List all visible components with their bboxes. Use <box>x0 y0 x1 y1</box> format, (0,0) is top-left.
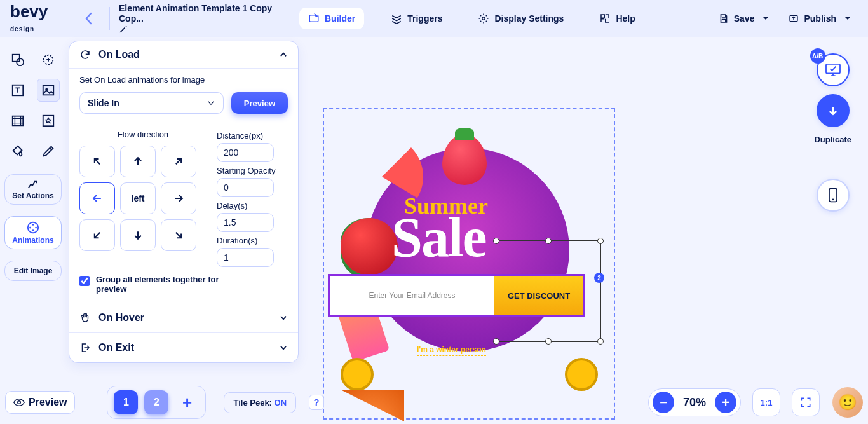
dir-up[interactable] <box>120 146 156 177</box>
top-bar: bevy design Element Animation Template 1… <box>0 0 868 37</box>
brand-name: bevy <box>10 2 48 21</box>
duration-label: Duration(s) <box>217 236 288 245</box>
chevron-up-icon <box>279 50 288 59</box>
opacity-input[interactable] <box>217 178 274 197</box>
save-label: Save <box>734 13 755 24</box>
hand-icon <box>79 312 91 324</box>
onhover-title: On Hover <box>98 312 144 324</box>
winter-link[interactable]: I'm a winter person <box>417 345 486 356</box>
image-tool-icon[interactable] <box>37 79 60 102</box>
back-button[interactable] <box>76 6 102 31</box>
resize-handle-n[interactable] <box>545 238 552 244</box>
nav-display-settings[interactable]: Display Settings <box>469 8 573 29</box>
onload-section-header[interactable]: On Load <box>69 41 298 68</box>
nav-builder[interactable]: Builder <box>299 8 364 29</box>
fill-tool-icon[interactable] <box>6 140 29 163</box>
dir-selected-label: left <box>120 182 156 214</box>
dir-left[interactable] <box>79 182 115 214</box>
flow-direction-label: Flow direction <box>79 130 207 139</box>
favorite-tool-icon[interactable] <box>37 109 60 132</box>
video-tool-icon[interactable] <box>6 109 29 132</box>
duration-input[interactable] <box>217 248 274 267</box>
shape-tool-icon[interactable] <box>6 48 29 71</box>
preview-animation-button[interactable]: Preview <box>231 92 288 114</box>
save-button[interactable]: Save <box>714 10 774 27</box>
nav-triggers-label: Triggers <box>407 13 442 24</box>
zoom-value: 70% <box>677 396 712 409</box>
set-actions-button[interactable]: Set Actions <box>4 174 62 205</box>
fit-screen-button[interactable] <box>792 388 820 416</box>
animation-panel: On Load Set On Load animations for image… <box>69 41 299 363</box>
nav-display-label: Display Settings <box>494 13 564 24</box>
delay-label: Delay(s) <box>217 201 288 210</box>
animation-type-row: Slide In Preview <box>69 87 298 123</box>
ab-test-badge[interactable]: A/B <box>810 48 825 64</box>
preview-popup-button[interactable]: Preview <box>5 391 75 414</box>
ratio-label: 1:1 <box>761 398 773 407</box>
onload-description: Set On Load animations for image <box>69 68 298 87</box>
svg-point-19 <box>18 401 21 404</box>
dir-right[interactable] <box>161 182 196 214</box>
page-1-button[interactable]: 1 <box>114 390 138 414</box>
nav-help-label: Help <box>616 13 635 24</box>
nav-help[interactable]: Help <box>590 8 644 29</box>
resize-handle-nw[interactable] <box>493 238 499 244</box>
publish-button[interactable]: Publish <box>783 10 855 27</box>
help-button[interactable]: ? <box>309 395 324 410</box>
onhover-section-header[interactable]: On Hover <box>69 303 298 332</box>
resize-handle-sw[interactable] <box>493 338 499 345</box>
user-avatar[interactable]: 🙂 <box>832 387 863 418</box>
animations-button[interactable]: Animations <box>4 216 62 249</box>
nav-triggers[interactable]: Triggers <box>382 8 451 29</box>
animation-type-select[interactable]: Slide In <box>79 92 224 114</box>
svg-rect-9 <box>13 116 24 126</box>
edit-title-icon[interactable] <box>119 25 283 34</box>
dir-up-right[interactable] <box>161 146 196 177</box>
exit-icon <box>79 342 91 353</box>
duplicate-button[interactable] <box>817 94 850 127</box>
page-2-button[interactable]: 2 <box>144 390 168 414</box>
zoom-out-button[interactable]: − <box>653 392 674 413</box>
onload-title: On Load <box>98 49 140 60</box>
bottom-bar: Preview 1 2 + Tile Peek: ON ? − 70% + 1:… <box>5 385 863 420</box>
resize-handle-ne[interactable] <box>597 238 604 244</box>
text-tool-icon[interactable] <box>6 79 29 102</box>
main-nav: Builder Triggers Display Settings Help <box>299 8 644 29</box>
email-input[interactable]: Enter Your Email Address <box>330 276 494 315</box>
distance-input[interactable] <box>217 143 274 162</box>
opacity-label: Starting Opacity <box>217 166 288 175</box>
animations-label: Animations <box>12 236 53 245</box>
svg-point-18 <box>832 199 834 201</box>
edit-tool-icon[interactable] <box>37 140 60 163</box>
dir-down-right[interactable] <box>161 219 196 251</box>
template-title-block[interactable]: Element Animation Template 1 Copy Cop... <box>115 1 287 36</box>
group-preview-row: Group all elements together for preview <box>69 271 298 303</box>
cherry-image[interactable] <box>341 218 398 275</box>
edit-image-button[interactable]: Edit Image <box>4 261 62 281</box>
tool-grid <box>6 48 60 163</box>
actual-size-button[interactable]: 1:1 <box>752 388 780 416</box>
onexit-section-header[interactable]: On Exit <box>69 332 298 362</box>
set-actions-label: Set Actions <box>12 191 54 200</box>
distance-label: Distance(px) <box>217 131 288 140</box>
tile-peek-toggle[interactable]: Tile Peek: ON <box>224 392 296 413</box>
add-page-button[interactable]: + <box>175 390 199 414</box>
numeric-params: Distance(px) Starting Opacity Delay(s) D… <box>217 130 288 267</box>
add-shape-tool-icon[interactable] <box>37 48 60 71</box>
top-right-actions: Save Publish <box>714 10 863 27</box>
dir-down-left[interactable] <box>79 219 115 251</box>
selection-box[interactable]: 2 <box>496 240 601 342</box>
device-mobile-button[interactable] <box>817 179 850 212</box>
device-desktop-wrapper: A/B <box>817 53 850 86</box>
dir-up-left[interactable] <box>79 146 115 177</box>
resize-handle-se[interactable] <box>597 338 604 345</box>
sale-heading[interactable]: Sale <box>391 205 485 270</box>
brand-logo: bevy design <box>5 4 74 32</box>
resize-handle-s[interactable] <box>545 338 552 345</box>
zoom-in-button[interactable]: + <box>715 392 736 413</box>
strawberry-image[interactable] <box>442 134 487 185</box>
delay-input[interactable] <box>217 213 274 232</box>
group-preview-checkbox[interactable] <box>79 276 90 286</box>
direction-grid: left <box>79 146 207 251</box>
dir-down[interactable] <box>120 219 156 251</box>
